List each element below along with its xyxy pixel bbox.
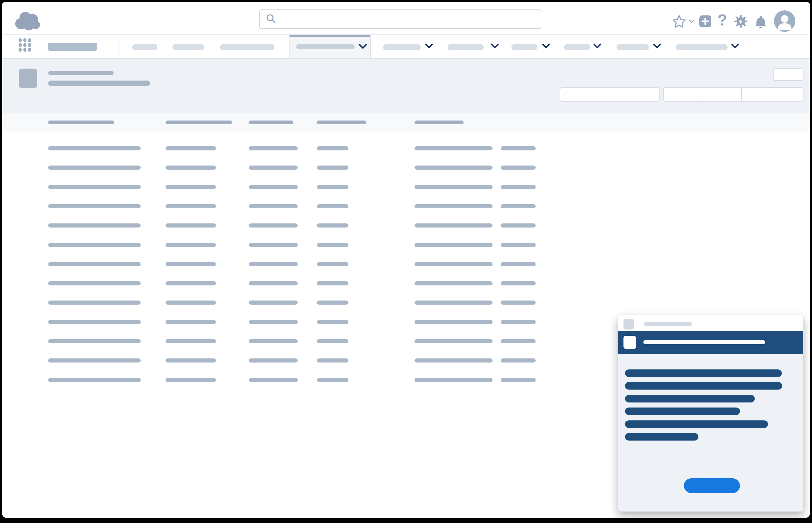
cell-placeholder	[249, 204, 298, 208]
quick-create-plus-icon[interactable]	[699, 15, 711, 28]
favorites-star-icon[interactable]	[672, 14, 686, 29]
nav-tab-placeholder[interactable]	[448, 44, 484, 50]
setup-gear-icon[interactable]	[734, 14, 748, 29]
cell-placeholder	[165, 262, 216, 266]
cell-placeholder	[317, 378, 348, 382]
cell-placeholder	[165, 358, 216, 362]
app-window: ?	[2, 2, 810, 518]
popup-banner	[618, 331, 803, 354]
nav-tab-chevron-down-icon[interactable]	[425, 43, 433, 49]
cell-placeholder	[317, 358, 348, 362]
notifications-bell-icon[interactable]	[754, 14, 768, 29]
button-group-divider	[784, 88, 784, 101]
walkthrough-popup	[618, 315, 804, 512]
table-row[interactable]	[2, 198, 810, 217]
cell-placeholder	[415, 358, 492, 362]
table-row[interactable]	[2, 179, 810, 198]
nav-tab-chevron-down-icon[interactable]	[593, 43, 601, 49]
popup-header-icon-placeholder	[624, 319, 634, 329]
cell-placeholder	[48, 301, 141, 305]
nav-tab-selected[interactable]	[289, 35, 371, 58]
cell-placeholder	[48, 358, 141, 362]
table-row[interactable]	[2, 294, 810, 313]
cell-placeholder	[415, 204, 492, 208]
cell-placeholder	[48, 204, 141, 208]
popup-text-placeholder	[625, 369, 782, 377]
nav-tab-placeholder[interactable]	[511, 44, 537, 50]
nav-item-placeholder[interactable]	[173, 44, 204, 50]
cell-placeholder	[501, 262, 536, 266]
list-controls-button-group[interactable]	[663, 87, 804, 102]
nav-item-placeholder[interactable]	[220, 44, 274, 50]
nav-tab-placeholder[interactable]	[564, 44, 590, 50]
table-row[interactable]	[2, 237, 810, 256]
cell-placeholder	[249, 243, 298, 247]
cell-placeholder	[165, 378, 216, 382]
cell-placeholder	[415, 281, 492, 285]
help-icon[interactable]: ?	[716, 12, 728, 29]
cell-placeholder	[501, 204, 536, 208]
nav-tab-placeholder	[296, 44, 355, 49]
cell-placeholder	[165, 339, 216, 343]
nav-tab-chevron-down-icon[interactable]	[731, 43, 739, 49]
column-header-placeholder[interactable]	[317, 121, 366, 124]
nav-tab-chevron-down-icon[interactable]	[491, 43, 499, 49]
cell-placeholder	[501, 243, 536, 247]
cell-placeholder	[165, 320, 216, 324]
cell-placeholder	[317, 301, 348, 305]
global-search-input[interactable]	[279, 13, 541, 26]
column-header-placeholder[interactable]	[48, 121, 114, 124]
cell-placeholder	[249, 146, 298, 150]
nav-tab-chevron-down-icon[interactable]	[542, 43, 550, 49]
cell-placeholder	[317, 146, 348, 150]
cell-placeholder	[415, 223, 492, 228]
cell-placeholder	[165, 204, 216, 208]
popup-action-button[interactable]	[684, 478, 740, 493]
cell-placeholder	[48, 185, 141, 189]
table-row[interactable]	[2, 159, 810, 178]
cell-placeholder	[48, 262, 141, 266]
table-row[interactable]	[2, 275, 810, 294]
list-search-input[interactable]	[560, 87, 660, 102]
cell-placeholder	[501, 146, 536, 150]
cell-placeholder	[415, 320, 492, 324]
nav-tab-placeholder[interactable]	[676, 44, 728, 50]
favorites-chevron-down-icon[interactable]	[688, 19, 695, 23]
cell-placeholder	[48, 223, 141, 228]
cell-placeholder	[317, 165, 348, 169]
nav-tab-chevron-down-icon[interactable]	[653, 43, 661, 49]
column-header-placeholder[interactable]	[165, 121, 232, 124]
cell-placeholder	[317, 281, 348, 285]
cell-placeholder	[48, 339, 141, 343]
entity-icon	[19, 69, 37, 88]
table-row[interactable]	[2, 256, 810, 275]
button-group-divider	[741, 88, 742, 101]
popup-banner-icon-placeholder	[624, 336, 636, 349]
page-header	[2, 59, 810, 113]
column-header-placeholder[interactable]	[415, 121, 464, 124]
nav-tab-placeholder[interactable]	[383, 44, 421, 50]
nav-tab-chevron-down-icon	[359, 43, 367, 49]
list-action-button[interactable]	[773, 68, 804, 81]
cell-placeholder	[249, 262, 298, 266]
table-row[interactable]	[2, 217, 810, 236]
cell-placeholder	[249, 165, 298, 169]
nav-tab-placeholder[interactable]	[616, 44, 649, 50]
cell-placeholder	[48, 146, 141, 150]
popup-text-placeholder	[625, 395, 755, 402]
user-avatar[interactable]	[774, 11, 795, 32]
cell-placeholder	[415, 339, 492, 343]
cell-placeholder	[501, 165, 536, 169]
cell-placeholder	[165, 185, 216, 189]
salesforce-cloud-logo	[14, 10, 41, 32]
cell-placeholder	[501, 301, 536, 305]
popup-text-placeholder	[625, 408, 740, 415]
cell-placeholder	[165, 223, 216, 228]
column-header-placeholder[interactable]	[249, 121, 293, 124]
cell-placeholder	[415, 262, 492, 266]
cell-placeholder	[415, 185, 492, 189]
table-row[interactable]	[2, 140, 810, 159]
cell-placeholder	[317, 185, 348, 189]
nav-item-placeholder[interactable]	[132, 44, 157, 50]
popup-text-placeholder	[625, 420, 768, 428]
